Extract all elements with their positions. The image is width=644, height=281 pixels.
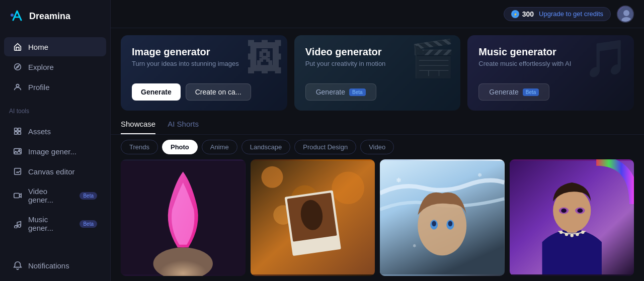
nav-section: Home Explore Profile [0,32,110,102]
coin-icon: ⚡ [511,10,519,18]
svg-point-44 [559,231,562,234]
logo-area: Dreamina [0,0,110,32]
svg-point-48 [581,231,584,234]
svg-point-2 [16,84,19,87]
sidebar-item-canvas[interactable]: Canvas editor [4,162,106,181]
video-gen-buttons: Generate Beta [305,83,450,101]
music-gen-title: Music generator [478,46,623,58]
video-gen-generate-button[interactable]: Generate Beta [305,83,376,101]
image-generator-card: 🖼 Image generator Turn your ideas into s… [121,35,287,111]
filter-video[interactable]: Video [360,140,394,154]
sidebar-item-image-gen-label: Image gener... [28,147,76,156]
image-gallery: ❄ ❄ ❄ [111,159,644,281]
explore-icon [13,62,22,71]
music-gen-btn-label: Generate [489,88,518,96]
sidebar-item-profile[interactable]: Profile [4,77,106,97]
svg-rect-3 [15,128,17,131]
svg-text:❄: ❄ [396,176,401,184]
sidebar-item-notifications[interactable]: Notifications [4,256,106,275]
sidebar-item-assets-label: Assets [28,127,51,136]
credits-count: 300 [522,10,534,18]
music-generator-card: 🎵 Music generator Create music effortles… [467,35,634,111]
svg-text:⚡: ⚡ [513,12,517,17]
music-gen-icon [13,219,22,228]
music-gen-generate-button[interactable]: Generate Beta [478,83,549,101]
tabs-section: Showcase AI Shorts [111,116,644,135]
sidebar: Dreamina Home Explore Profile AI tools [0,0,111,281]
credits-badge: ⚡ 300 Upgrade to get credits [504,7,611,21]
sidebar-item-profile-label: Profile [28,83,50,91]
svg-point-16 [623,10,629,16]
tab-showcase[interactable]: Showcase [121,116,155,134]
video-gen-desc: Put your creativity in motion [305,60,450,67]
filter-landscape[interactable]: Landscape [242,140,291,154]
video-gen-btn-label: Generate [316,88,345,96]
filter-anime[interactable]: Anime [202,140,237,154]
sidebar-item-assets[interactable]: Assets [4,122,106,141]
gallery-item-2[interactable] [251,159,375,276]
gallery-item-1[interactable] [121,159,246,276]
user-avatar[interactable] [617,6,634,23]
music-gen-desc: Create music effortlessly with AI [478,60,623,67]
svg-point-22 [332,172,364,205]
video-gen-beta-tag: Beta [349,88,366,96]
svg-point-42 [561,209,567,213]
music-gen-beta-badge: Beta [79,220,97,228]
svg-point-43 [577,209,583,213]
image-gen-canvas-button[interactable]: Create on ca... [186,83,251,101]
sidebar-item-video-gen-label: Video gener... [28,187,71,204]
svg-point-33 [448,221,453,226]
svg-point-46 [570,234,573,237]
sidebar-item-canvas-label: Canvas editor [28,167,75,176]
sidebar-item-video-gen[interactable]: Video gener... Beta [4,182,106,209]
sidebar-item-music-gen-label: Music gener... [28,215,71,232]
filter-trends[interactable]: Trends [121,140,158,154]
svg-rect-10 [14,194,20,198]
svg-text:❄: ❄ [477,172,482,178]
video-gen-beta-badge: Beta [79,192,97,200]
ai-tools-label: AI tools [0,102,110,117]
svg-point-21 [261,166,283,188]
svg-point-32 [432,221,436,226]
svg-text:❄: ❄ [413,243,417,248]
video-generator-card: 🎬 Video generator Put your creativity in… [294,35,461,111]
upgrade-link[interactable]: Upgrade to get credits [539,10,603,18]
image-gen-generate-button[interactable]: Generate [132,83,181,101]
svg-point-8 [19,150,20,151]
music-gen-buttons: Generate Beta [478,83,623,101]
gallery-item-3[interactable]: ❄ ❄ ❄ [380,159,505,276]
sidebar-item-notifications-label: Notifications [28,261,69,270]
svg-point-12 [18,225,21,227]
main-content: ⚡ 300 Upgrade to get credits 🖼 Image gen… [111,0,644,281]
svg-point-0 [11,14,14,17]
sidebar-item-home[interactable]: Home [4,37,106,56]
filter-row: Trends Photo Anime Landscape Product Des… [111,135,644,159]
filter-product-design[interactable]: Product Design [294,140,356,154]
sidebar-item-explore-label: Explore [28,63,54,71]
sidebar-item-explore[interactable]: Explore [4,57,106,76]
logo-icon [9,8,25,24]
video-gen-title: Video generator [305,46,450,58]
sidebar-item-home-label: Home [28,43,48,51]
filter-photo[interactable]: Photo [162,140,198,154]
generator-cards: 🖼 Image generator Turn your ideas into s… [111,28,644,116]
home-icon [13,42,22,51]
svg-rect-5 [15,132,17,134]
app-name: Dreamina [29,11,70,22]
tools-section: Assets Image gener... Canvas editor Vide… [0,117,110,242]
music-gen-beta-tag: Beta [523,88,539,96]
gallery-item-4[interactable] [510,159,634,276]
tab-ai-shorts[interactable]: AI Shorts [168,116,199,134]
sidebar-item-music-gen[interactable]: Music gener... Beta [4,210,106,237]
svg-point-11 [15,226,17,228]
svg-point-47 [576,233,579,236]
image-gen-desc: Turn your ideas into stunning images [132,60,276,67]
image-gen-icon [13,147,22,156]
svg-point-45 [565,233,568,236]
image-gen-title: Image generator [132,46,276,58]
profile-icon [13,82,22,91]
svg-rect-6 [18,132,21,134]
sidebar-item-image-gen[interactable]: Image gener... [4,142,106,161]
svg-rect-7 [14,149,21,154]
video-gen-icon [13,191,22,200]
